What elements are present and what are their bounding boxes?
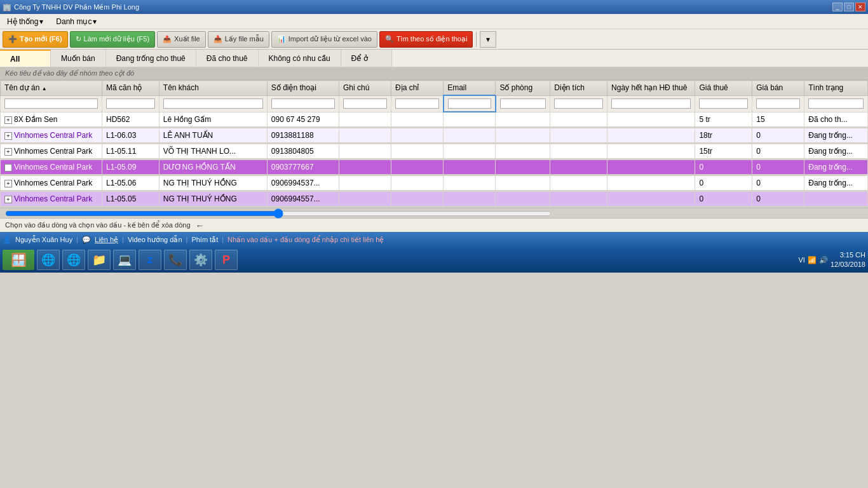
- cell-ten-khach: Lê Hồng Gấm: [159, 112, 267, 126]
- filter-cell-gia-thue[interactable]: [695, 95, 752, 112]
- col-header-ghi-chu[interactable]: Ghi chú: [339, 81, 391, 96]
- col-header-ma-can-ho[interactable]: Mã căn hộ: [102, 81, 159, 96]
- table-row[interactable]: +Vinhomes Central Park L1-05.05 NG THỊ T…: [1, 191, 868, 206]
- filter-cell-dien-tich[interactable]: [550, 95, 607, 112]
- export-file-button[interactable]: 📤 Xuất file: [157, 31, 206, 48]
- filter-cell-ghi-chu[interactable]: [339, 95, 391, 112]
- filter-cell-ma-can-ho[interactable]: [102, 95, 159, 112]
- close-button[interactable]: ✕: [855, 3, 865, 11]
- start-button[interactable]: 🪟: [3, 250, 34, 270]
- hscroll-bar[interactable]: [0, 208, 868, 218]
- cell-ma-can-ho: L1-05.06: [102, 175, 159, 190]
- col-header-dia-chi[interactable]: Địa chỉ: [391, 81, 444, 96]
- title-bar-text: Công Ty TNHH DV Phần Mềm Phi Long: [14, 3, 139, 11]
- filter-cell-ten-khach[interactable]: [159, 95, 267, 112]
- filter-input-dia-chi[interactable]: [395, 98, 439, 109]
- taskbar-ie[interactable]: 🌐: [37, 250, 60, 270]
- col-header-dien-tich[interactable]: Diện tích: [550, 81, 607, 96]
- filter-input-sdt[interactable]: [271, 98, 335, 109]
- taskbar-skype[interactable]: 📞: [164, 250, 187, 270]
- filter-input-ten-du-an[interactable]: [4, 98, 98, 109]
- col-header-ten-khach[interactable]: Tên khách: [159, 81, 267, 96]
- taskbar-computer[interactable]: 💻: [113, 250, 136, 270]
- maximize-button[interactable]: □: [844, 3, 854, 11]
- minimize-button[interactable]: _: [832, 3, 843, 11]
- filter-input-email[interactable]: [448, 98, 491, 109]
- tab-khong-co-nhu-cau[interactable]: Không có nhu cầu: [259, 50, 341, 67]
- cell-ten-du-an: +Vinhomes Central Park: [1, 128, 102, 142]
- menu-he-thong[interactable]: Hệ thống ▾: [1, 15, 49, 29]
- filter-input-ghi-chu[interactable]: [343, 98, 387, 109]
- tab-de-o[interactable]: Để ở: [341, 50, 392, 67]
- toolbar-extra-button[interactable]: ▾: [480, 31, 496, 48]
- expand-icon[interactable]: +: [4, 148, 12, 156]
- expand-icon[interactable]: +: [4, 132, 12, 140]
- col-header-gia-ban[interactable]: Giá bán: [752, 81, 804, 96]
- filter-input-gia-thue[interactable]: [699, 98, 748, 109]
- tab-muon-ban[interactable]: Muốn bán: [51, 50, 106, 67]
- taskbar-chrome[interactable]: 🌐: [62, 250, 85, 270]
- cell-email: [444, 175, 496, 190]
- create-new-button[interactable]: ➕ Tạo mới (F6): [3, 31, 68, 48]
- filter-cell-email[interactable]: [444, 95, 496, 112]
- taskbar-app7[interactable]: ⚙️: [189, 250, 212, 270]
- menu-danh-muc[interactable]: Danh mục ▾: [50, 15, 102, 29]
- expand-icon[interactable]: +: [4, 116, 12, 124]
- taskbar-explorer[interactable]: 📁: [88, 250, 111, 270]
- tab-all[interactable]: All: [0, 50, 51, 67]
- group-header: Kéo tiêu đề vào đây để nhóm theo cột đó: [0, 67, 868, 80]
- filter-cell-gia-ban[interactable]: [752, 95, 804, 112]
- get-sample-button[interactable]: 📥 Lấy file mẫu: [208, 31, 269, 48]
- phim-tat-link[interactable]: Phím tắt: [191, 236, 218, 244]
- expand-icon[interactable]: ■: [4, 164, 12, 172]
- import-excel-button[interactable]: 📊 Import dữ liệu từ excel vào: [271, 31, 377, 48]
- col-header-sdt[interactable]: Số điện thoại: [267, 81, 339, 96]
- filter-input-ngay[interactable]: [611, 98, 691, 109]
- hscroll-input[interactable]: [5, 208, 552, 219]
- tab-da-cho-thue[interactable]: Đã cho thuê: [196, 50, 259, 67]
- tab-de-o-label: Để ở: [351, 54, 368, 63]
- expand-icon[interactable]: +: [4, 180, 12, 187]
- table-row[interactable]: +8X Đầm Sen HD562 Lê Hồng Gấm 090 67 45 …: [1, 112, 868, 126]
- table-wrapper[interactable]: Tên dự án ▲ Mã căn hộ Tên khách Số điện …: [0, 80, 868, 208]
- search-phone-button[interactable]: 🔍 Tìm theo số điện thoại: [379, 31, 473, 48]
- expand-icon[interactable]: +: [4, 196, 12, 203]
- lien-he-link[interactable]: Liên hệ: [95, 236, 118, 244]
- col-header-tinh-trang[interactable]: Tình trạng: [804, 81, 868, 96]
- filter-cell-tinh-trang[interactable]: [804, 95, 868, 112]
- filter-input-ma-can-ho[interactable]: [106, 98, 155, 109]
- filter-cell-dia-chi[interactable]: [391, 95, 444, 112]
- taskbar-zalo[interactable]: Z: [139, 250, 161, 270]
- filter-input-dien-tich[interactable]: [554, 98, 603, 109]
- status-hint: Chọn vào đầu dòng và chọn vào dấu - kế b…: [5, 221, 191, 229]
- col-header-gia-thue[interactable]: Giá thuê: [695, 81, 752, 96]
- refresh-data-button[interactable]: ↻ Làm mới dữ liệu (F5): [70, 31, 156, 48]
- filter-cell-so-phong[interactable]: [496, 95, 550, 112]
- cell-ghi-chu: [339, 191, 391, 206]
- filter-cell-ngay[interactable]: [607, 95, 695, 112]
- user-name: Nguyễn Xuân Huy: [15, 236, 72, 244]
- table-row[interactable]: +Vinhomes Central Park L1-05.06 NG THỊ T…: [1, 175, 868, 190]
- filter-input-ten-khach[interactable]: [163, 98, 263, 109]
- filter-input-tinh-trang[interactable]: [808, 98, 864, 109]
- col-header-ten-du-an[interactable]: Tên dự án ▲: [1, 81, 102, 96]
- table-row[interactable]: +Vinhomes Central Park L1-06.03 LÊ ANH T…: [1, 128, 868, 142]
- filter-cell-sdt[interactable]: [267, 95, 339, 112]
- chevron-down-icon: ▾: [39, 17, 43, 26]
- filter-input-gia-ban[interactable]: [756, 98, 800, 109]
- tab-all-label: All: [10, 55, 20, 64]
- title-bar-controls[interactable]: _ □ ✕: [832, 3, 865, 11]
- video-link[interactable]: Video hướng dẫn: [128, 236, 182, 244]
- filter-cell-ten-du-an[interactable]: [1, 95, 102, 112]
- col-header-so-phong[interactable]: Số phòng: [496, 81, 550, 96]
- col-header-email[interactable]: Email: [444, 81, 496, 96]
- filter-input-so-phong[interactable]: [500, 98, 546, 109]
- table-row[interactable]: +Vinhomes Central Park L1-05.11 VÕ THỊ T…: [1, 144, 868, 158]
- plus-icon: ➕: [8, 35, 17, 43]
- tab-dang-trong[interactable]: Đang trống cho thuê: [106, 50, 196, 67]
- cell-gia-thue: 15tr: [695, 144, 752, 158]
- taskbar-app8[interactable]: P: [215, 250, 238, 270]
- cell-ten-khach: NG THỊ THUÝ HỒNG: [159, 191, 267, 206]
- table-row[interactable]: ■Vinhomes Central Park L1-05.09 DƯƠNG HỒ…: [1, 159, 868, 174]
- col-header-ngay[interactable]: Ngày hết hạn HĐ thuê: [607, 81, 695, 96]
